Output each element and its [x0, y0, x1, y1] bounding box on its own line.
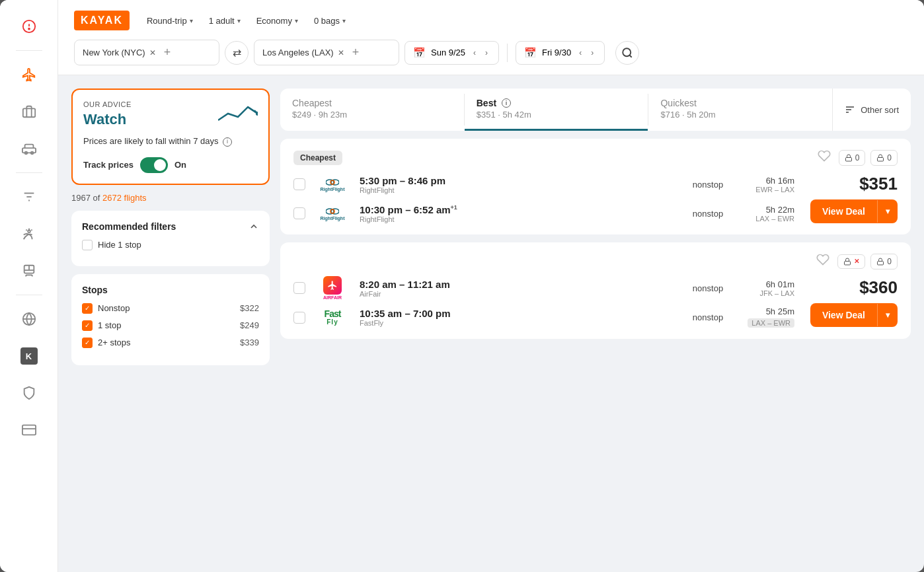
- svg-point-16: [623, 48, 631, 56]
- flight-card-1-header: Cheapest 0: [293, 149, 898, 166]
- origin-remove-icon[interactable]: ✕: [149, 48, 156, 57]
- lock-badge-1a: 0: [839, 150, 866, 166]
- tab-best[interactable]: Best i $351 · 5h 42m: [465, 89, 648, 131]
- svg-line-19: [256, 114, 258, 115]
- recommended-filters-header[interactable]: Recommended filters: [82, 221, 259, 232]
- swap-button[interactable]: ⇄: [225, 41, 249, 65]
- svg-rect-24: [878, 157, 884, 161]
- flight-card-2-actions: ✕ 0: [816, 253, 898, 269]
- passengers-select[interactable]: 1 adult ▾: [202, 12, 247, 30]
- track-prices-label: Track prices: [83, 160, 134, 170]
- rightflight-logo-1b: RightFlight: [316, 203, 349, 224]
- lock-badge-2b: 0: [870, 254, 898, 269]
- sidebar-divider: [16, 50, 42, 51]
- nonstop-left[interactable]: ✓ Nonstop: [82, 303, 130, 314]
- next-return-icon[interactable]: ›: [588, 47, 596, 59]
- favorite-button-1[interactable]: [818, 149, 831, 166]
- header-top: KAYAK Round-trip ▾ 1 adult ▾ Economy ▾: [74, 11, 908, 30]
- favorite-button-2[interactable]: [816, 253, 829, 269]
- flights-icon[interactable]: [13, 59, 45, 90]
- 2plus-checkbox[interactable]: ✓: [82, 338, 93, 348]
- cars-icon[interactable]: [13, 133, 45, 164]
- best-info-icon[interactable]: i: [502, 98, 511, 108]
- lock-badge-2a: ✕: [837, 254, 865, 269]
- flight-price-col-2: $360 View Deal ▾: [805, 277, 898, 328]
- collapse-icon: [249, 221, 259, 232]
- train-icon[interactable]: [13, 255, 45, 287]
- wallet-icon[interactable]: [13, 414, 45, 446]
- round-trip-select[interactable]: Round-trip ▾: [140, 12, 200, 30]
- beach-icon[interactable]: [13, 218, 45, 250]
- prev-return-icon[interactable]: ‹: [576, 47, 584, 59]
- flight-stops-2a: nonstop: [685, 283, 731, 293]
- left-panel: Our Advice Watch P: [71, 89, 270, 559]
- advice-info-icon[interactable]: i: [223, 137, 232, 147]
- toggle-on-label: On: [174, 160, 186, 170]
- flight-times-2b: 10:35 am – 7:00 pm FastFly: [360, 308, 674, 327]
- tab-cheapest[interactable]: Cheapest $249 · 9h 23m: [280, 89, 464, 131]
- airfair-logo: AIRFAIR: [316, 277, 349, 299]
- next-date-icon[interactable]: ›: [482, 47, 490, 59]
- svg-point-2: [28, 28, 30, 30]
- svg-rect-31: [845, 261, 851, 265]
- notification-icon[interactable]: [13, 11, 45, 42]
- recommended-filters: Recommended filters Hide 1 stop: [71, 211, 270, 266]
- hide-1-stop-checkbox[interactable]: [82, 240, 93, 250]
- calendar-icon: 📅: [413, 47, 426, 59]
- sidebar-divider3: [16, 295, 42, 295]
- flight-card-2-header: ✕ 0: [293, 253, 898, 269]
- destination-remove-icon[interactable]: ✕: [338, 48, 344, 57]
- nonstop-checkbox[interactable]: ✓: [82, 303, 93, 314]
- other-sort-button[interactable]: Other sort: [832, 89, 911, 131]
- view-deal-button-2[interactable]: View Deal ▾: [810, 303, 898, 327]
- bags-select[interactable]: 0 bags ▾: [307, 12, 352, 30]
- stop-1[interactable]: ✓ 1 stop $249: [82, 320, 259, 331]
- prev-date-icon[interactable]: ‹: [471, 47, 479, 59]
- depart-date: Sun 9/25: [431, 48, 465, 57]
- add-origin-icon[interactable]: +: [164, 46, 171, 59]
- cabin-select[interactable]: Economy ▾: [250, 12, 305, 30]
- search-button[interactable]: [615, 41, 639, 65]
- filters2-icon[interactable]: [13, 181, 45, 213]
- flight-select-2b[interactable]: [293, 312, 305, 324]
- flight-select-1b[interactable]: [293, 207, 305, 219]
- flight-row-2a: AIRFAIR 8:20 am – 11:21 am AirFair nonst…: [293, 277, 794, 299]
- add-destination-icon[interactable]: +: [352, 46, 360, 59]
- flight-row-2b: Fast Fly 10:35 am – 7:00 pm FastFly nons…: [293, 306, 794, 328]
- flight-select-1a[interactable]: [293, 178, 305, 190]
- destination-field[interactable]: Los Angeles (LAX) ✕ +: [254, 40, 399, 65]
- search-bar: New York (NYC) ✕ + ⇄ Los Angeles (LAX) ✕…: [74, 40, 908, 75]
- flight-price-col-1: $351 View Deal ▾: [805, 174, 898, 224]
- lock-badges-2: ✕ 0: [837, 254, 898, 269]
- globe-icon[interactable]: [13, 303, 45, 335]
- hotels-icon[interactable]: [13, 96, 45, 127]
- flight-select-2a[interactable]: [293, 282, 305, 294]
- price-trend-chart: [218, 100, 258, 129]
- return-date-field[interactable]: 📅 Fri 9/30 ‹ ›: [516, 41, 605, 65]
- stop-nonstop[interactable]: ✓ Nonstop $322: [82, 303, 259, 314]
- flight-stops-1b: nonstop: [685, 209, 731, 219]
- stop-2plus[interactable]: ✓ 2+ stops $339: [82, 338, 259, 348]
- view-deal-dropdown-2[interactable]: ▾: [877, 304, 898, 326]
- flight-duration-2b: 5h 25m LAX – EWR: [742, 306, 794, 328]
- cheapest-label: Cheapest: [292, 98, 452, 108]
- 1stop-checkbox[interactable]: ✓: [82, 320, 93, 331]
- origin-field[interactable]: New York (NYC) ✕ +: [74, 40, 219, 65]
- total-flights-link[interactable]: 2672 flights: [102, 193, 147, 203]
- 1stop-price: $249: [240, 320, 259, 330]
- tab-quickest[interactable]: Quickest $716 · 5h 20m: [648, 89, 832, 131]
- 2plus-left[interactable]: ✓ 2+ stops: [82, 338, 131, 348]
- view-deal-dropdown-1[interactable]: ▾: [877, 200, 898, 223]
- track-prices-toggle[interactable]: [140, 157, 168, 173]
- sidebar-divider2: [16, 172, 42, 173]
- depart-date-field[interactable]: 📅 Sun 9/25 ‹ ›: [404, 41, 499, 65]
- flight-times-1b: 10:30 pm – 6:52 am+1 RightFlight: [360, 204, 674, 223]
- lock-badges-1: 0 0: [839, 150, 898, 166]
- flight-card-1-content: RightFlight 5:30 pm – 8:46 pm RightFligh…: [293, 174, 898, 224]
- view-deal-button-1[interactable]: View Deal ▾: [810, 199, 898, 223]
- shield-icon[interactable]: [13, 377, 45, 409]
- k-square-icon[interactable]: K: [13, 340, 45, 372]
- 1stop-left[interactable]: ✓ 1 stop: [82, 320, 121, 331]
- hide-1-stop-option[interactable]: Hide 1 stop: [82, 240, 259, 250]
- flight-row-1b: RightFlight 10:30 pm – 6:52 am+1 RightFl…: [293, 203, 794, 224]
